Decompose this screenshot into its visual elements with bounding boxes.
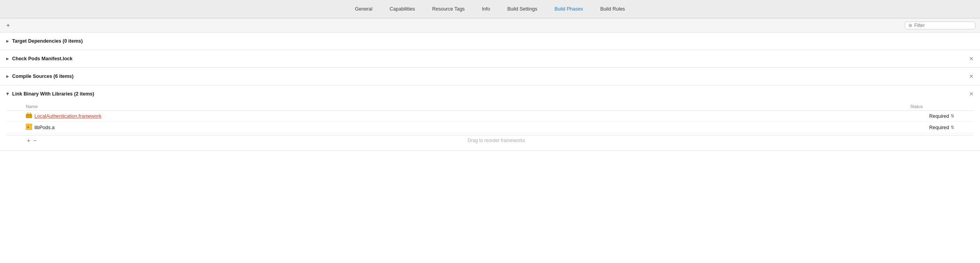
section-title-link-binary: Link Binary With Libraries (2 items) <box>12 91 94 97</box>
tab-general[interactable]: General <box>346 0 381 18</box>
status-value-lib-pods: Required <box>929 125 949 130</box>
tab-capabilities[interactable]: Capabilities <box>381 0 424 18</box>
table-row: ✕ libPods.a Required ⇅ <box>6 122 974 133</box>
file-name-local-auth[interactable]: LocalAuthentication.framework <box>34 113 101 119</box>
tab-info[interactable]: Info <box>473 0 499 18</box>
chevron-icon-compile-sources: ▶ <box>6 74 9 78</box>
section-title-check-pods: Check Pods Manifest.lock <box>12 56 72 61</box>
close-button-check-pods[interactable]: ✕ <box>969 56 974 61</box>
section-compile-sources: ▶ Compile Sources (6 items) ✕ <box>0 68 980 85</box>
status-selector-lib-pods[interactable]: Required ⇅ <box>929 125 954 130</box>
status-selector-local-auth[interactable]: Required ⇅ <box>929 113 954 119</box>
section-target-dependencies: ▶ Target Dependencies (0 items) <box>0 32 980 50</box>
row-left-lib-pods: ✕ libPods.a <box>26 124 54 131</box>
svg-rect-1 <box>27 113 31 115</box>
filter-icon: ⊕ <box>908 23 912 28</box>
section-check-pods: ▶ Check Pods Manifest.lock ✕ <box>0 50 980 68</box>
remove-framework-button[interactable]: − <box>32 137 38 144</box>
link-binary-table: Name Status LocalAuthentication. <box>0 103 980 150</box>
file-icon-lib-pods: ✕ <box>26 124 32 131</box>
filter-input[interactable] <box>914 23 961 28</box>
section-header-link-binary[interactable]: ▶ Link Binary With Libraries (2 items) ✕ <box>0 85 980 103</box>
tab-build-settings[interactable]: Build Settings <box>499 0 546 18</box>
section-header-target-dependencies[interactable]: ▶ Target Dependencies (0 items) <box>0 32 980 50</box>
table-header: Name Status <box>6 103 974 111</box>
chevron-icon-link-binary: ▶ <box>6 93 10 95</box>
stepper-icon-lib-pods: ⇅ <box>951 125 954 130</box>
app-container: General Capabilities Resource Tags Info … <box>0 0 980 263</box>
add-framework-button[interactable]: + <box>26 137 31 144</box>
tab-build-rules[interactable]: Build Rules <box>592 0 634 18</box>
section-header-compile-sources[interactable]: ▶ Compile Sources (6 items) ✕ <box>0 68 980 85</box>
chevron-icon-target-dependencies: ▶ <box>6 39 9 43</box>
tab-bar: General Capabilities Resource Tags Info … <box>0 0 980 18</box>
status-value-local-auth: Required <box>929 113 949 119</box>
tab-resource-tags[interactable]: Resource Tags <box>423 0 473 18</box>
filter-container: ⊕ <box>905 22 975 29</box>
close-button-link-binary[interactable]: ✕ <box>969 91 974 97</box>
section-footer-link-binary: + − Drag to reorder frameworks <box>6 135 974 147</box>
col-status-header: Status <box>910 104 923 109</box>
close-button-compile-sources[interactable]: ✕ <box>969 74 974 79</box>
tab-build-phases[interactable]: Build Phases <box>546 0 592 18</box>
drag-hint-text: Drag to reorder frameworks <box>38 138 954 143</box>
stepper-icon-local-auth: ⇅ <box>951 113 954 119</box>
row-left-local-auth: LocalAuthentication.framework <box>26 113 101 119</box>
section-title-compile-sources: Compile Sources (6 items) <box>12 74 74 79</box>
table-row: LocalAuthentication.framework Required ⇅ <box>6 111 974 122</box>
toolbar: + ⊕ <box>0 18 980 32</box>
col-name-header: Name <box>26 104 38 109</box>
section-title-target-dependencies: Target Dependencies (0 items) <box>12 38 83 44</box>
file-icon-local-auth <box>26 113 32 119</box>
section-link-binary: ▶ Link Binary With Libraries (2 items) ✕… <box>0 85 980 151</box>
content-area: ▶ Target Dependencies (0 items) ▶ Check … <box>0 32 980 263</box>
chevron-icon-check-pods: ▶ <box>6 57 9 61</box>
add-phase-button[interactable]: + <box>5 22 11 29</box>
svg-text:✕: ✕ <box>27 125 30 129</box>
section-header-check-pods[interactable]: ▶ Check Pods Manifest.lock ✕ <box>0 50 980 67</box>
file-name-lib-pods: libPods.a <box>34 125 54 130</box>
